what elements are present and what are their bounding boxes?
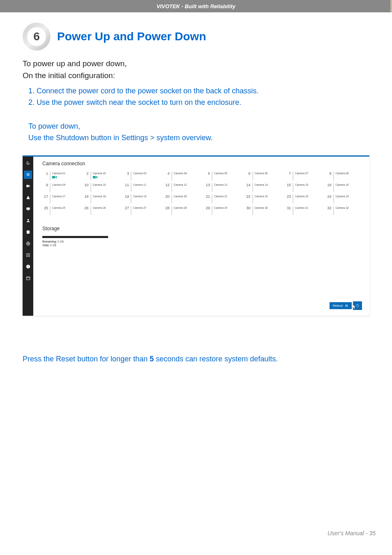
camera-label-box: Camera 19: [131, 194, 160, 204]
camera-label: Camera 06: [255, 171, 281, 175]
sidebar-item-apps[interactable]: [24, 251, 32, 259]
camera-cell[interactable]: 11Camera 11: [123, 183, 160, 193]
camera-cell[interactable]: 32Camera 32: [326, 206, 362, 216]
camera-number: 15: [285, 183, 293, 187]
svg-rect-5: [28, 253, 28, 254]
camera-cell[interactable]: 13Camera 13: [204, 183, 241, 193]
sidebar-item-storage[interactable]: [24, 228, 32, 236]
camera-cell[interactable]: 4Camera 04: [164, 171, 201, 181]
camera-cell[interactable]: 7Camera 07: [285, 171, 322, 181]
storage-bar: [42, 236, 108, 238]
camera-label-box: Camera 05: [212, 171, 241, 180]
camera-cell[interactable]: 20Camera 20: [164, 194, 201, 204]
camera-label: Camera 30: [255, 206, 281, 210]
camera-label: Camera 20: [174, 194, 201, 198]
camera-cell[interactable]: 2Camera 02: [83, 171, 120, 181]
camera-cell[interactable]: 24Camera 24: [326, 194, 362, 204]
sidebar-item-user[interactable]: [24, 217, 32, 225]
camera-label-box: Camera 31: [293, 206, 322, 215]
section-number-badge: 6: [23, 23, 51, 51]
camera-cell[interactable]: 9Camera 09: [42, 183, 79, 193]
sidebar-item-overview[interactable]: [24, 159, 32, 167]
camera-number: 18: [83, 194, 90, 199]
camera-number: 1: [42, 171, 50, 176]
sidebar-item-schedule[interactable]: [24, 274, 32, 282]
camera-cell[interactable]: 1Camera 01: [42, 171, 79, 181]
camera-cell[interactable]: 10Camera 10: [83, 183, 120, 193]
power-down-title: To power down,: [28, 121, 369, 132]
svg-rect-8: [28, 255, 28, 256]
reboot-row: Reboot: [330, 301, 362, 310]
camera-cell[interactable]: 19Camera 19: [123, 194, 160, 204]
camera-label-box: Camera 14: [252, 183, 281, 192]
camera-number: 5: [204, 171, 212, 176]
camera-cell[interactable]: 30Camera 30: [245, 206, 281, 216]
camera-label-box: Camera 09: [50, 183, 79, 192]
camera-live-icon: [52, 176, 57, 179]
camera-number: 22: [245, 194, 252, 199]
step-1: 1. Connect the power cord to the power s…: [28, 86, 369, 97]
svg-rect-15: [28, 266, 28, 266]
section-number: 6: [27, 27, 46, 46]
section-title: Power Up and Power Down: [57, 30, 206, 43]
side-accent: [390, 0, 392, 12]
sidebar-item-display[interactable]: [24, 205, 32, 213]
camera-cell[interactable]: 23Camera 23: [285, 194, 322, 204]
camera-cell[interactable]: 21Camera 21: [204, 194, 241, 204]
camera-cell[interactable]: 28Camera 28: [164, 206, 201, 216]
camera-label-box: Camera 27: [131, 206, 160, 215]
reboot-button-label: Reboot: [333, 304, 343, 308]
storage-total-label: Total:: [42, 244, 49, 247]
reboot-button[interactable]: Reboot: [330, 302, 352, 309]
camera-number: 21: [204, 194, 212, 199]
camera-number: 16: [326, 183, 333, 187]
camera-number: 28: [164, 206, 171, 210]
camera-cell[interactable]: 22Camera 22: [245, 194, 281, 204]
camera-cell[interactable]: 26Camera 26: [83, 206, 120, 216]
camera-cell[interactable]: 25Camera 25: [42, 206, 79, 216]
storage-remaining-label: Remaining:: [42, 240, 57, 243]
page-header-bar: VIVOTEK - Built with Reliability: [0, 0, 392, 12]
camera-label-box: Camera 04: [171, 171, 201, 180]
camera-number: 2: [83, 171, 90, 176]
camera-number: 19: [123, 194, 131, 199]
camera-cell[interactable]: 16Camera 16: [326, 183, 362, 193]
camera-cell[interactable]: 15Camera 15: [285, 183, 322, 193]
camera-cell[interactable]: 14Camera 14: [245, 183, 281, 193]
sidebar-item-alarm[interactable]: [24, 194, 32, 202]
page-header-text: VIVOTEK - Built with Reliability: [157, 3, 235, 9]
storage-total: Total: 0 GB: [42, 244, 362, 247]
sidebar-item-settings[interactable]: [24, 171, 32, 179]
camera-number: 7: [285, 171, 293, 176]
camera-number: 31: [285, 206, 293, 210]
camera-label-box: Camera 12: [171, 183, 201, 192]
camera-number: 25: [42, 206, 50, 210]
camera-cell[interactable]: 29Camera 29: [204, 206, 241, 216]
sidebar-item-network[interactable]: [24, 240, 32, 248]
reset-note-pre: Press the Reset button for longer than: [23, 355, 150, 363]
camera-label: Camera 28: [174, 206, 201, 210]
camera-cell[interactable]: 18Camera 18: [83, 194, 120, 204]
storage-bar-fill: [42, 236, 108, 238]
camera-label-box: Camera 32: [333, 206, 362, 215]
svg-rect-7: [26, 255, 27, 256]
camera-label: Camera 03: [133, 171, 160, 175]
reset-note-bold: 5: [150, 355, 154, 363]
camera-cell[interactable]: 8Camera 08: [326, 171, 362, 181]
camera-label-box: Camera 06: [252, 171, 281, 180]
camera-cell[interactable]: 17Camera 17: [42, 194, 79, 204]
camera-cell[interactable]: 6Camera 06: [245, 171, 281, 181]
camera-number: 26: [83, 206, 90, 210]
camera-cell[interactable]: 27Camera 27: [123, 206, 160, 216]
section-heading-row: 6 Power Up and Power Down: [23, 23, 369, 51]
camera-cell[interactable]: 31Camera 31: [285, 206, 322, 216]
camera-cell[interactable]: 5Camera 05: [204, 171, 241, 181]
svg-rect-17: [52, 176, 55, 178]
camera-number: 23: [285, 194, 293, 199]
camera-cell[interactable]: 3Camera 03: [123, 171, 160, 181]
sidebar-item-camera[interactable]: [24, 182, 32, 190]
camera-cell[interactable]: 12Camera 12: [164, 183, 201, 193]
camera-number: 27: [123, 206, 131, 210]
sidebar-item-info[interactable]: [24, 263, 32, 271]
camera-label: Camera 16: [336, 183, 362, 187]
